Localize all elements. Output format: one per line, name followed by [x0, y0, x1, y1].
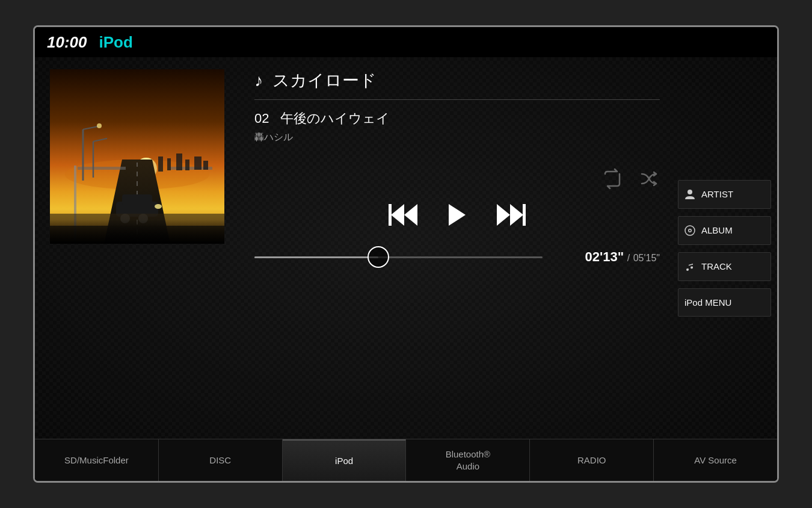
svg-rect-10 — [167, 158, 171, 170]
tab-radio-label: RADIO — [577, 454, 606, 466]
svg-marker-30 — [449, 204, 466, 226]
svg-rect-12 — [185, 160, 189, 170]
tab-disc-label: DISC — [209, 454, 231, 466]
music-note-icon: ♪ — [254, 71, 263, 90]
bottom-tabs: SD/MusicFolder DISC iPod Bluetooth®Audio… — [35, 439, 777, 481]
playback-controls — [254, 202, 660, 228]
album-art — [50, 69, 224, 244]
header: 10:00 iPod — [35, 27, 777, 57]
tab-ipod-label: iPod — [335, 455, 353, 467]
info-panel: ♪ スカイロード 02 午後のハイウェイ 轟ハシル — [236, 57, 672, 439]
album-art-area — [35, 57, 236, 439]
ipod-menu-button[interactable]: iPod MENU — [678, 288, 771, 317]
track-number: 02 — [254, 111, 269, 126]
svg-rect-9 — [158, 156, 163, 172]
next-button[interactable] — [494, 202, 526, 228]
track-song-name: 午後のハイウェイ — [280, 111, 390, 126]
svg-rect-33 — [523, 204, 526, 226]
shuffle-button[interactable] — [638, 168, 660, 190]
svg-rect-11 — [176, 153, 182, 170]
svg-point-37 — [689, 229, 691, 231]
svg-rect-14 — [203, 161, 208, 170]
svg-point-24 — [155, 204, 162, 209]
main-screen: 10:00 iPod — [33, 25, 779, 483]
play-button[interactable] — [444, 202, 470, 228]
tab-avsource-label: AV Source — [694, 454, 737, 466]
svg-point-34 — [687, 190, 692, 194]
progress-fill — [254, 256, 378, 258]
svg-marker-28 — [404, 204, 417, 226]
tab-radio[interactable]: RADIO — [530, 439, 654, 481]
tab-sd[interactable]: SD/MusicFolder — [35, 439, 159, 481]
clock: 10:00 — [47, 33, 87, 52]
artist-button[interactable]: ARTIST — [678, 180, 771, 209]
progress-thumb[interactable] — [368, 246, 389, 268]
ipod-menu-label: iPod MENU — [684, 297, 731, 308]
svg-rect-7 — [78, 167, 126, 170]
svg-rect-21 — [122, 194, 152, 205]
repeat-button[interactable] — [601, 168, 623, 190]
artist-name: 轟ハシル — [254, 131, 660, 144]
track-button[interactable]: TRACK — [678, 252, 771, 281]
album-label: ALBUM — [701, 225, 733, 235]
tab-bt-label: Bluetooth®Audio — [446, 448, 490, 472]
album-button[interactable]: ALBUM — [678, 216, 771, 245]
progress-area: 02'13" / 05'15" — [254, 249, 660, 265]
progress-bar[interactable] — [254, 256, 543, 258]
svg-marker-31 — [497, 204, 510, 226]
svg-rect-13 — [194, 156, 201, 170]
tab-sd-label: SD/MusicFolder — [64, 454, 129, 466]
prev-button[interactable] — [389, 202, 420, 228]
tab-ipod[interactable]: iPod — [283, 439, 407, 481]
track-title: ♪ スカイロード — [254, 69, 660, 100]
svg-marker-32 — [510, 204, 523, 226]
svg-marker-27 — [391, 204, 404, 226]
right-panel: ARTIST ALBUM TRACK iPod MENU — [672, 57, 777, 439]
track-title-text: スカイロード — [272, 71, 377, 90]
svg-rect-29 — [389, 204, 392, 226]
time-current: 02'13" — [585, 249, 624, 264]
source-name: iPod — [99, 33, 133, 52]
track-label: TRACK — [701, 261, 732, 271]
time-total: 05'15" — [633, 253, 660, 263]
main-content: ♪ スカイロード 02 午後のハイウェイ 轟ハシル — [35, 57, 777, 439]
time-display: 02'13" / 05'15" — [552, 249, 660, 265]
svg-point-17 — [97, 123, 102, 128]
track-number-name: 02 午後のハイウェイ — [254, 110, 660, 128]
tab-bluetooth[interactable]: Bluetooth®Audio — [406, 439, 530, 481]
artist-label: ARTIST — [701, 189, 733, 199]
tab-disc[interactable]: DISC — [159, 439, 283, 481]
tab-avsource[interactable]: AV Source — [654, 439, 777, 481]
time-separator: / — [627, 253, 630, 263]
